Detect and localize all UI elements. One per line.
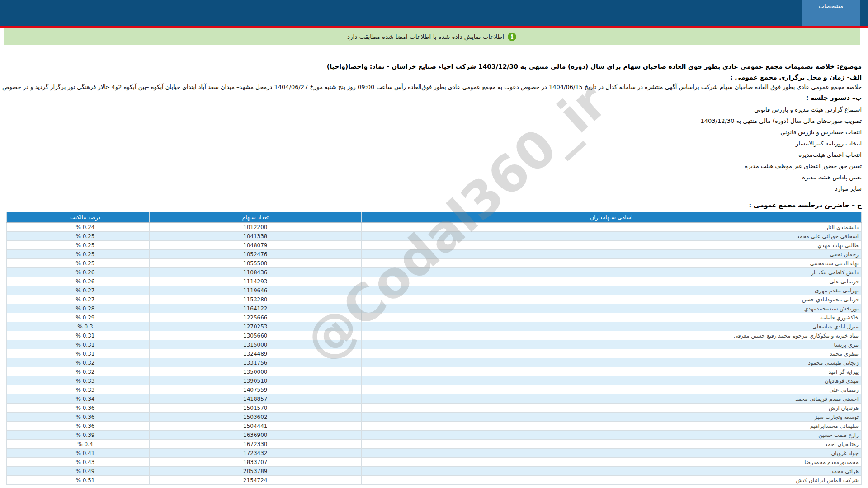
- share-count: 1833707: [149, 458, 361, 467]
- share-count: 1390510: [149, 376, 361, 385]
- ownership-percent-cell: % 0.34: [21, 394, 150, 404]
- shareholder-name: احسنی مقدم فریمانی محمد: [361, 394, 861, 404]
- agenda-item: انتخاب روزنامه کثیرالانتشار: [6, 138, 862, 149]
- ownership-percent-cell: % 0.28: [21, 304, 150, 313]
- table-row: هراتی محمد2053789% 0.49: [7, 467, 862, 476]
- table-row: نوربخش سیدمحمدمهدي1164122% 0.28: [7, 304, 862, 313]
- share-count: 1407559: [149, 385, 361, 394]
- shareholder-name: توسعه وتجارت سبز: [361, 413, 861, 422]
- share-count: 2053789: [149, 467, 361, 476]
- share-count: 1114293: [149, 277, 361, 286]
- agenda-item: سایر موارد: [6, 183, 862, 194]
- ownership-percent: % 0.43: [76, 459, 95, 465]
- ownership-percent-cell: % 0.25: [21, 232, 150, 241]
- share-count: 1055500: [149, 259, 361, 268]
- table-row: طالبی بهاباد مهدي1048079% 0.25: [7, 241, 862, 250]
- ownership-percent-cell: % 0.27: [21, 286, 150, 295]
- table-row: اسحاقی جوزانی علی محمد1041338% 0.25: [7, 232, 862, 241]
- section-a-title: الف- زمان و محل برگزاری مجمع عمومی :: [6, 74, 862, 81]
- shareholders-table-body: دانشمندي الناز1012200% 0.24اسحاقی جوزانی…: [7, 223, 862, 485]
- blank-cell: [7, 268, 21, 277]
- ownership-percent-cell: % 0.3: [21, 322, 150, 331]
- ownership-percent-cell: % 0.26: [21, 277, 150, 286]
- share-count: 1672330: [149, 440, 361, 449]
- table-row: پیرایه گر امید1350000% 0.32: [7, 367, 862, 376]
- ownership-percent: % 0.25: [76, 251, 95, 258]
- table-header-row: اسامی سـهامداران تعداد سـهام درصد مالکیت: [7, 212, 862, 223]
- shareholder-name: سلیمانی محمدابراهیم: [361, 422, 861, 431]
- blank-cell: [7, 440, 21, 449]
- blank-cell: [7, 313, 21, 322]
- blank-cell: [7, 367, 21, 376]
- ownership-percent: % 0.41: [76, 450, 95, 456]
- shareholder-name: دانشمندي الناز: [361, 223, 861, 232]
- ownership-percent: % 0.36: [76, 423, 95, 429]
- ownership-percent-cell: % 0.4: [21, 440, 150, 449]
- section-b-title: ب– دستور جلسه :: [6, 94, 862, 101]
- table-row: قربانی محمودابادي حسن1153280% 0.27: [7, 295, 862, 304]
- shareholder-name: رمضانی علی: [361, 385, 861, 394]
- ownership-percent: % 0.34: [76, 396, 95, 402]
- top-header: مشخصات: [0, 0, 868, 26]
- share-count: 1119646: [149, 286, 361, 295]
- share-count: 1501570: [149, 404, 361, 413]
- share-count: 1108436: [149, 268, 361, 277]
- table-row: فریمانی علی1114293% 0.26: [7, 277, 862, 286]
- ownership-percent-cell: % 0.32: [21, 358, 150, 367]
- blank-cell: [7, 476, 21, 485]
- ownership-percent: % 0.31: [76, 342, 95, 348]
- ownership-percent: % 0.27: [76, 296, 95, 303]
- agenda-item: استماع گزارش هیئت مدیره و بازرس قانونی: [6, 104, 862, 115]
- blank-cell: [7, 295, 21, 304]
- table-row: صفري محمد1324489% 0.31: [7, 349, 862, 358]
- blank-cell: [7, 277, 21, 286]
- table-row: شرکت الماس ایرانیان کیش2154724% 0.51: [7, 476, 862, 485]
- table-row: سلیمانی محمدابراهیم1504441% 0.36: [7, 422, 862, 431]
- table-row: نیري پریسا1315000% 0.31: [7, 340, 862, 349]
- share-count: 2154724: [149, 476, 361, 485]
- blank-cell: [7, 385, 21, 394]
- table-row: رمضانی علی1407559% 0.33: [7, 385, 862, 394]
- table-row: دانشمندي الناز1012200% 0.24: [7, 223, 862, 232]
- ownership-percent-cell: % 0.29: [21, 313, 150, 322]
- table-row: احسنی مقدم فریمانی محمد1418857% 0.34: [7, 394, 862, 404]
- table-row: دانش کاظمی نیک ناز1108436% 0.26: [7, 268, 862, 277]
- table-row: زارع صفت حسین1636900% 0.39: [7, 431, 862, 440]
- ownership-percent: % 0.25: [76, 242, 95, 249]
- ownership-percent-cell: % 0.26: [21, 268, 150, 277]
- blank-cell: [7, 413, 21, 422]
- shareholder-name: مهدي فرهادیان: [361, 376, 861, 385]
- agenda-item: تعیین پاداش هیئت مدیره: [6, 172, 862, 183]
- table-row: زهتابچیان احمد1672330% 0.4: [7, 440, 862, 449]
- ownership-percent: % 0.49: [76, 468, 95, 474]
- shareholder-name: نیري پریسا: [361, 340, 861, 349]
- section-c-title: ج – حاضرین درجلسه مجمع عمومی :: [6, 202, 862, 209]
- blank-cell: [7, 449, 21, 458]
- ownership-percent-cell: % 0.25: [21, 250, 150, 259]
- shareholder-name: منزل ابادي عباسعلی: [361, 322, 861, 331]
- ownership-percent: % 0.25: [76, 260, 95, 267]
- share-count: 1636900: [149, 431, 361, 440]
- shareholders-table-head: اسامی سـهامداران تعداد سـهام درصد مالکیت: [7, 212, 862, 223]
- share-count: 1723432: [149, 449, 361, 458]
- shareholder-name: خاکشوري فاطمه: [361, 313, 861, 322]
- shareholder-name: هراتی محمد: [361, 467, 861, 476]
- share-count: 1164122: [149, 304, 361, 313]
- table-row: خاکشوري فاطمه1225666% 0.29: [7, 313, 862, 322]
- blank-cell: [7, 223, 21, 232]
- shareholder-name: زنجانی طبسـی محمود: [361, 358, 861, 367]
- shareholder-name: هرندیان ارش: [361, 404, 861, 413]
- ownership-percent-cell: % 0.36: [21, 422, 150, 431]
- blank-cell: [7, 394, 21, 404]
- table-row: جواد غرویان1723432% 0.41: [7, 449, 862, 458]
- column-header-blank: [7, 212, 21, 223]
- blank-cell: [7, 241, 21, 250]
- blank-cell: [7, 331, 21, 340]
- ownership-percent-cell: % 0.31: [21, 340, 150, 349]
- table-row: رحمان نجفی1052476% 0.25: [7, 250, 862, 259]
- ownership-percent-cell: % 0.51: [21, 476, 150, 485]
- tab-specifications[interactable]: مشخصات: [802, 0, 860, 26]
- share-count: 1350000: [149, 367, 361, 376]
- blank-cell: [7, 286, 21, 295]
- share-count: 1012200: [149, 223, 361, 232]
